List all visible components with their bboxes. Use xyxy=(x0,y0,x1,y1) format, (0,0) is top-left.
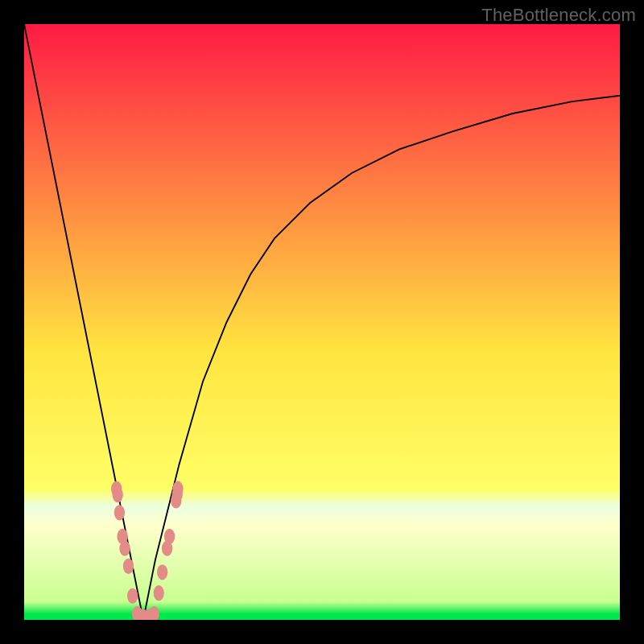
plot-area xyxy=(24,24,620,620)
curve-marker xyxy=(157,564,167,580)
curve-marker xyxy=(119,541,130,556)
chart-frame: TheBottleneck.com xyxy=(0,0,644,644)
curve-marker xyxy=(123,559,134,574)
watermark-text: TheBottleneck.com xyxy=(481,5,636,26)
curve-marker xyxy=(114,505,125,520)
curve-marker xyxy=(164,529,175,544)
curve-marker xyxy=(127,588,138,604)
curve-marker xyxy=(172,481,183,497)
bottleneck-curve-chart xyxy=(24,24,620,620)
curve-marker xyxy=(154,585,164,601)
curve-marker xyxy=(113,487,123,502)
gradient-background xyxy=(24,24,620,620)
